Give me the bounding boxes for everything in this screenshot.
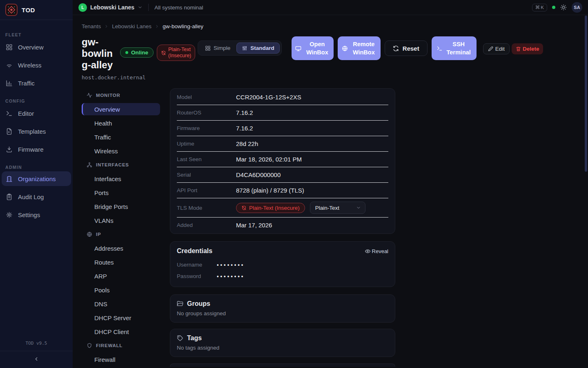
file-icon bbox=[6, 128, 13, 135]
subnav-item-health[interactable]: Health bbox=[82, 116, 160, 130]
reveal-label: Reveal bbox=[372, 248, 388, 254]
tls-mode-select[interactable]: Plain-Text bbox=[310, 202, 365, 214]
sidebar-item-editor[interactable]: Editor bbox=[0, 104, 73, 122]
tls-mode-select-value: Plain-Text bbox=[315, 205, 339, 211]
subnav-item-overview[interactable]: Overview bbox=[82, 103, 160, 115]
subnav-item-vlans[interactable]: VLANs bbox=[82, 213, 160, 227]
sidebar-item-templates[interactable]: Templates bbox=[0, 122, 73, 140]
pencil-icon bbox=[488, 46, 493, 52]
grid-icon bbox=[6, 44, 13, 51]
tags-title: Tags bbox=[187, 334, 202, 342]
gear-icon bbox=[6, 211, 13, 218]
edit-button[interactable]: Edit bbox=[483, 43, 510, 54]
sidebar-item-audit-log[interactable]: Audit Log bbox=[0, 188, 73, 206]
subnav-item-firewall[interactable]: Firewall bbox=[82, 352, 160, 366]
command-palette-shortcut[interactable]: K bbox=[532, 4, 547, 11]
app-logo-row: TOD bbox=[0, 0, 73, 20]
scrollbar-thumb[interactable] bbox=[585, 16, 587, 172]
sidebar-item-label: Firmware bbox=[18, 146, 44, 153]
credentials-username-row: Username •••••••• bbox=[177, 259, 388, 270]
sidebar-section-fleet: FLEET bbox=[0, 32, 73, 37]
subnav-item-dhcp-server[interactable]: DHCP Server bbox=[82, 311, 160, 325]
network-icon bbox=[87, 162, 92, 168]
subnav-item-traffic[interactable]: Traffic bbox=[82, 130, 160, 144]
credentials-title: Credentials bbox=[177, 247, 212, 255]
info-row-last-seen: Last Seen Mar 18, 2026, 02:01 PM bbox=[177, 152, 388, 167]
subnav-item-bridge-ports[interactable]: Bridge Ports bbox=[82, 200, 160, 213]
tls-mode-badge-label: Plain-Text (Insecure) bbox=[249, 205, 300, 211]
sidebar-item-settings[interactable]: Settings bbox=[0, 206, 73, 224]
tenant-switcher[interactable]: L Lebowski Lanes bbox=[78, 3, 143, 12]
open-winbox-label: Open WinBox bbox=[305, 40, 330, 56]
subnav-item-interfaces[interactable]: Interfaces bbox=[82, 172, 160, 186]
open-winbox-button[interactable]: Open WinBox bbox=[292, 36, 334, 60]
building-icon bbox=[6, 175, 13, 182]
toggle-simple[interactable]: Simple bbox=[200, 43, 236, 54]
reveal-button[interactable]: Reveal bbox=[365, 248, 388, 254]
subnav-item-wireless[interactable]: Wireless bbox=[82, 144, 160, 158]
sidebar: TOD FLEET Overview Wireless Traffic CONF… bbox=[0, 0, 73, 368]
command-icon bbox=[535, 5, 540, 9]
sidebar-item-traffic[interactable]: Traffic bbox=[0, 74, 73, 92]
remote-winbox-button[interactable]: Remote WinBox bbox=[338, 36, 381, 60]
shield-off-icon bbox=[241, 205, 247, 211]
sidebar-item-wireless[interactable]: Wireless bbox=[0, 56, 73, 74]
subnav-item-pools[interactable]: Pools bbox=[82, 283, 160, 297]
tls-mode-badge: Plain-Text (Insecure) bbox=[236, 203, 305, 213]
theme-toggle-button[interactable] bbox=[560, 4, 567, 11]
breadcrumb-tenant[interactable]: Lebowski Lanes bbox=[112, 23, 151, 29]
subnav-item-dns[interactable]: DNS bbox=[82, 297, 160, 311]
topbar: L Lebowski Lanes All systems nominal K S… bbox=[73, 0, 588, 15]
sliders-icon bbox=[242, 45, 247, 51]
delete-button[interactable]: Delete bbox=[512, 43, 543, 54]
online-dot-icon bbox=[125, 51, 128, 54]
reset-label: Reset bbox=[403, 45, 419, 52]
toggle-standard[interactable]: Standard bbox=[236, 43, 280, 54]
info-row-api-port: API Port 8728 (plain) / 8729 (TLS) bbox=[177, 183, 388, 198]
breadcrumb-tenants[interactable]: Tenants bbox=[82, 23, 101, 29]
subnav-item-ports[interactable]: Ports bbox=[82, 186, 160, 200]
view-mode-toggle: Simple Standard bbox=[198, 40, 282, 56]
download-icon bbox=[6, 146, 13, 153]
sidebar-section-admin: ADMIN bbox=[0, 165, 73, 170]
subnav-item-dhcp-client[interactable]: DHCP Client bbox=[82, 325, 160, 339]
device-subnav: MONITOR Overview Health Traffic Wireless… bbox=[82, 88, 160, 368]
sidebar-item-organizations[interactable]: Organizations bbox=[2, 171, 71, 186]
bar-chart-icon bbox=[6, 80, 13, 87]
sidebar-footer: TOD v9.5 bbox=[0, 337, 73, 368]
trash-icon bbox=[516, 46, 521, 52]
globe-icon bbox=[342, 45, 348, 52]
groups-card: Groups No groups assigned bbox=[170, 294, 395, 323]
sidebar-item-label: Organizations bbox=[18, 175, 56, 182]
sidebar-section-config: CONFIG bbox=[0, 99, 73, 103]
tenant-name: Lebowski Lanes bbox=[90, 4, 134, 11]
breadcrumb-device: gw-bowling-alley bbox=[163, 23, 203, 29]
chevron-right-icon bbox=[155, 24, 159, 29]
shield-off-icon bbox=[161, 50, 166, 56]
reset-button[interactable]: Reset bbox=[385, 40, 428, 56]
subnav-item-routes[interactable]: Routes bbox=[82, 255, 160, 269]
system-status: All systems nominal bbox=[154, 4, 203, 11]
shield-icon bbox=[87, 343, 92, 348]
device-cards: Model CCR2004-1G-12S+2XS RouterOS 7.16.2… bbox=[170, 88, 395, 368]
subnav-item-arp[interactable]: ARP bbox=[82, 269, 160, 283]
chevron-right-icon bbox=[104, 24, 109, 29]
ssh-terminal-button[interactable]: SSH Terminal bbox=[432, 36, 477, 60]
subnav-item-addresses[interactable]: Addresses bbox=[82, 241, 160, 255]
user-avatar[interactable]: SA bbox=[572, 2, 582, 13]
terminal-icon bbox=[6, 110, 13, 117]
eye-icon bbox=[365, 249, 370, 254]
subnav-header-interfaces: INTERFACES bbox=[82, 158, 160, 172]
folder-icon bbox=[177, 301, 183, 307]
device-header: gw-bowling-alley Online Plain-Text (Inse… bbox=[82, 36, 588, 71]
sidebar-collapse-button[interactable] bbox=[0, 351, 73, 366]
status-badge-label: Online bbox=[131, 49, 148, 56]
sidebar-item-firmware[interactable]: Firmware bbox=[0, 140, 73, 158]
sidebar-item-overview[interactable]: Overview bbox=[0, 38, 73, 56]
monitor-icon bbox=[295, 45, 301, 52]
tls-warning-badge: Plain-Text (Insecure) bbox=[157, 45, 195, 61]
tags-empty-text: No tags assigned bbox=[177, 345, 388, 351]
app-logo-icon bbox=[5, 4, 18, 16]
info-row-serial: Serial D4CA6D000000 bbox=[177, 167, 388, 183]
subnav-item-mangle[interactable]: Mangle bbox=[82, 366, 160, 368]
